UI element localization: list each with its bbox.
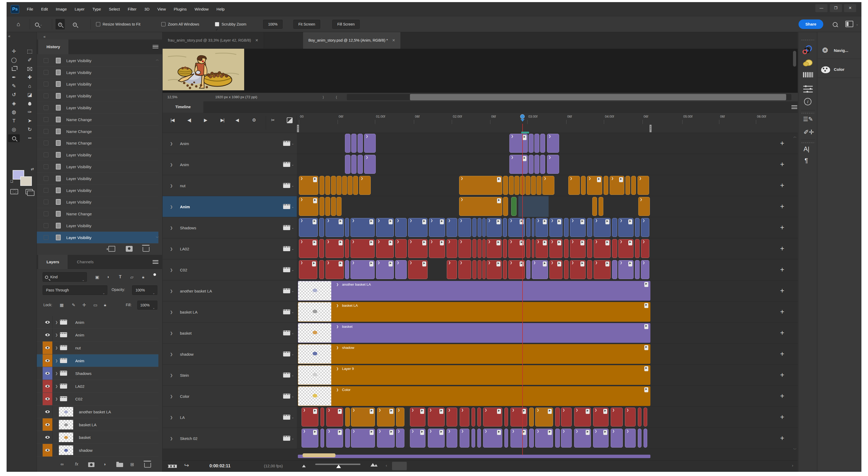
timeline-clip[interactable]: ❯ [458,218,471,237]
timeline-clip[interactable] [472,239,476,258]
timeline-clip[interactable] [331,176,336,195]
timeline-clip[interactable]: ❯ [611,408,623,426]
timeline-scroll-down-icon[interactable]: ﹀ [793,447,797,452]
history-state[interactable]: Layer Visibility [37,67,158,79]
timeline-clip[interactable]: ❯ [447,260,457,279]
clip-chevron-icon[interactable]: ❯ [461,429,464,433]
layer-visibility-eye-icon[interactable] [45,423,50,426]
clip-video-badge-icon[interactable] [440,240,444,245]
adjustments-icon[interactable] [803,86,813,93]
new-group-icon[interactable] [116,463,123,467]
clip-chevron-icon[interactable]: ❯ [488,261,490,264]
timeline-clip[interactable]: ❯ [574,408,591,426]
add-media-to-track-button[interactable]: + [778,350,786,358]
timeline-clip[interactable]: ❯ [487,218,502,237]
info-icon[interactable]: i [804,98,811,105]
clip-video-badge-icon[interactable] [313,240,316,245]
workspace-icon[interactable] [845,21,853,27]
clip-chevron-icon[interactable]: ❯ [352,219,354,222]
timeline-clip[interactable]: ❯ [428,408,445,426]
timeline-clip[interactable]: ❯ [618,218,633,237]
timeline-clip[interactable] [564,218,568,237]
track-options-chevron-icon[interactable]: ⌄ [291,352,294,356]
clip-chevron-icon[interactable]: ❯ [361,177,363,180]
timeline-clip[interactable]: ❯ [364,134,376,153]
timeline-clip[interactable] [504,428,508,448]
tab-channels[interactable]: Channels [68,255,102,269]
timeline-clip[interactable] [526,260,530,279]
clip-chevron-icon[interactable]: ❯ [461,408,464,412]
clip-chevron-icon[interactable]: ❯ [328,429,330,433]
add-media-to-track-button[interactable]: + [778,140,786,147]
zoom-level-field[interactable]: 12,5% [167,95,177,99]
path-selection-tool-icon[interactable]: ➤ [24,117,35,125]
clip-chevron-icon[interactable]: ❯ [576,408,578,412]
timeline-clip[interactable] [587,218,592,237]
clip-video-badge-icon[interactable] [389,240,393,245]
clip-chevron-icon[interactable]: ❯ [595,240,597,243]
timeline-clip[interactable] [353,176,358,195]
layer-visibility-eye-icon[interactable] [45,333,50,336]
video-track-icon[interactable] [283,352,290,356]
timeline-clip[interactable] [631,176,636,195]
clip-chevron-icon[interactable]: ❯ [511,135,513,138]
timeline-clip[interactable] [482,218,486,237]
clip-chevron-icon[interactable]: ❯ [551,261,553,264]
layer-visibility-eye-icon[interactable] [45,347,50,349]
close-tab-icon[interactable]: ✕ [255,38,258,42]
bar-chevron-icon[interactable]: ❯ [336,367,339,370]
video-track-icon[interactable] [283,330,290,335]
bar-video-badge-icon[interactable] [644,345,648,350]
clip-chevron-icon[interactable]: ❯ [639,177,642,180]
zoom-tool-icon[interactable]: ⌄ [35,16,42,32]
track-options-chevron-icon[interactable]: ⌄ [291,142,294,145]
clip-video-badge-icon[interactable] [422,240,426,245]
layer-row[interactable]: ❯C02 [37,393,158,406]
timeline-clip[interactable] [503,218,507,237]
clip-chevron-icon[interactable]: ❯ [352,408,355,412]
clip-chevron-icon[interactable]: ❯ [643,261,645,264]
history-state[interactable]: Layer Visibility [37,79,158,90]
clip-chevron-icon[interactable]: ❯ [430,240,433,243]
timeline-clip[interactable] [529,428,534,448]
layer-row[interactable]: ❯LA02 [37,380,158,393]
timeline-clip[interactable]: ❯ [593,428,609,448]
timeline-track-name-anim[interactable]: ❯Anim⌄ [163,196,297,217]
move-tool-icon[interactable]: ✛ [8,48,20,55]
clip-chevron-icon[interactable]: ❯ [510,240,512,243]
timeline-clip[interactable]: ❯ [299,239,318,258]
timeline-clip[interactable]: ❯ [429,218,445,237]
timeline-track-name-shadows[interactable]: ❯Shadows⌄ [163,217,297,238]
video-track-icon[interactable] [283,141,290,146]
clip-video-badge-icon[interactable] [422,262,426,266]
timeline-clip[interactable]: ❯ [460,408,469,426]
clip-chevron-icon[interactable]: ❯ [537,240,539,243]
clip-chevron-icon[interactable]: ❯ [512,429,515,433]
mute-audio-icon[interactable]: ◀ [236,117,238,123]
layer-comps-icon[interactable] [803,45,813,55]
fit-screen-button[interactable]: Fit Screen [293,20,320,29]
go-to-next-frame-icon[interactable]: ▶| [220,117,224,123]
timeline-clip[interactable]: ❯ [410,408,426,426]
history-state[interactable]: Name Change [37,208,158,220]
timeline-track-name-color[interactable]: ❯Color⌄ [163,386,297,407]
clip-video-badge-icon[interactable] [339,262,343,266]
timeline-clip[interactable] [555,408,560,426]
bar-chevron-icon[interactable]: ❯ [336,283,339,286]
track-expand-chevron-icon[interactable]: ❯ [170,289,173,293]
timeline-clip[interactable]: ❯ [641,260,649,279]
layer-visibility-eye-icon[interactable] [45,436,50,439]
timeline-clip[interactable] [592,197,597,216]
timeline-clip[interactable] [564,260,568,279]
clip-video-badge-icon[interactable] [557,240,561,245]
timeline-clip[interactable] [612,260,617,279]
clip-video-badge-icon[interactable] [496,240,500,245]
timeline-clip[interactable]: ❯ [587,176,602,195]
timeline-scroll-up-icon[interactable]: ︿ [793,134,797,139]
history-brush-source-checkbox[interactable] [44,211,49,216]
restore-button[interactable]: ❐ [830,4,842,12]
clip-video-badge-icon[interactable] [370,409,374,414]
layer-effects-icon[interactable]: fx [75,462,78,467]
clip-chevron-icon[interactable]: ❯ [378,219,380,222]
menu-view[interactable]: View [153,2,170,16]
